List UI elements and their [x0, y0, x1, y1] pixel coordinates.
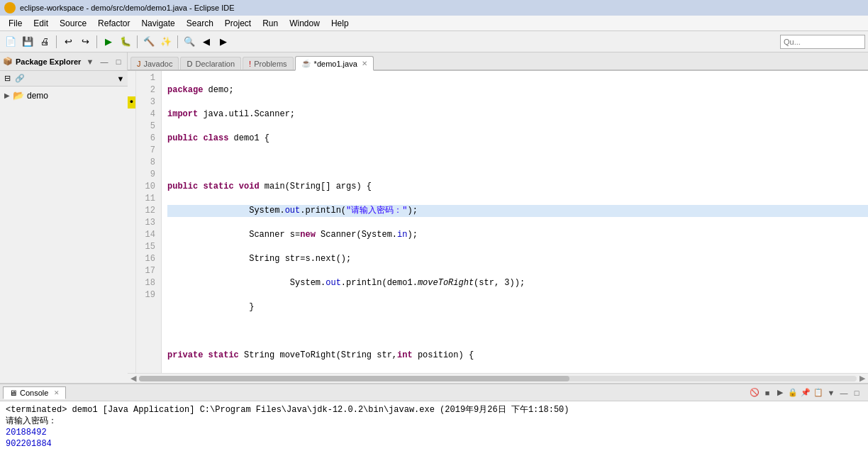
tab-problems[interactable]: ! Problems: [243, 57, 294, 69]
code-content: package demo; import java.util.Scanner; …: [162, 71, 868, 373]
quick-access-input[interactable]: [780, 35, 865, 49]
code-line-1: package demo;: [167, 84, 868, 96]
code-line-9: System.out.println(demo1.moveToRight(str…: [167, 277, 868, 289]
tab-declaration-label: Declaration: [195, 60, 235, 68]
terminated-text: <terminated> demo1 [Java Application] C:…: [6, 405, 569, 415]
demo1java-icon: ☕: [301, 59, 311, 68]
bottom-panel: 🖥 Console ✕ 🚫 ■ ▶ 🔒 📌 📋 ▼ — □ <terminate…: [0, 383, 868, 468]
menu-item-file[interactable]: File: [3, 17, 28, 30]
console-pin-btn[interactable]: 📌: [800, 387, 811, 399]
content-area: 📦 Package Explorer ▼ — □ ⊟ 🔗 ▼ ▶ �: [0, 52, 868, 383]
code-line-7: Scanner s=new Scanner(System.in);: [167, 229, 868, 241]
tab-declaration[interactable]: D Declaration: [180, 57, 241, 69]
menu-item-window[interactable]: Window: [284, 17, 326, 30]
tab-console-label: Console: [20, 389, 48, 397]
declaration-icon: D: [187, 60, 192, 68]
menu-item-help[interactable]: Help: [326, 17, 355, 30]
editor-area: J Javadoc D Declaration ! Problems ☕ *de…: [128, 52, 868, 383]
toolbar-undo[interactable]: ↩: [60, 34, 76, 50]
left-panels: 📦 Package Explorer ▼ — □ ⊟ 🔗 ▼ ▶ �: [0, 52, 128, 383]
toolbar-redo[interactable]: ↪: [77, 34, 93, 50]
tab-javadoc-label: Javadoc: [144, 60, 173, 68]
menu-item-refactor[interactable]: Refactor: [92, 17, 135, 30]
toolbar-sep-2: [96, 35, 97, 48]
code-line-12: private static String moveToRight(String…: [167, 350, 868, 362]
tab-demo1java-close[interactable]: ✕: [362, 60, 367, 67]
console-output-1: 20188492: [6, 427, 862, 438]
tab-javadoc[interactable]: J Javadoc: [130, 57, 179, 69]
toolbar-back[interactable]: ◀: [199, 34, 214, 50]
code-line-5: public static void main(String[] args) {: [167, 181, 868, 193]
code-line-6: System.out.println("请输入密码：");: [167, 205, 868, 217]
console-value-1: 20188492: [6, 428, 47, 438]
tab-demo1java-label: *demo1.java: [314, 60, 357, 68]
toolbar-forward[interactable]: ▶: [216, 34, 231, 50]
editor-tabs: J Javadoc D Declaration ! Problems ☕ *de…: [128, 52, 868, 71]
code-editor[interactable]: ● 1234 5678 9101112 13141516 171819 pack…: [128, 71, 868, 373]
ruler-6: [128, 84, 135, 96]
tab-problems-label: Problems: [254, 60, 286, 68]
main-area: 📦 Package Explorer ▼ — □ ⊟ 🔗 ▼ ▶ �: [0, 52, 868, 468]
code-line-10: }: [167, 301, 868, 313]
tab-console[interactable]: 🖥 Console ✕: [3, 386, 66, 399]
package-explorer-maximize[interactable]: □: [113, 56, 124, 67]
console-terminate-btn[interactable]: ■: [762, 387, 773, 399]
menu-item-run[interactable]: Run: [257, 17, 284, 30]
line-numbers: 1234 5678 9101112 13141516 171819: [136, 71, 162, 373]
tree-item-demo[interactable]: ▶ 📂 demo: [3, 89, 125, 101]
console-scroll-lock[interactable]: 🔒: [787, 387, 799, 399]
toolbar-build[interactable]: 🔨: [141, 34, 157, 50]
toolbar-clean[interactable]: ✨: [158, 34, 174, 50]
code-line-2: import java.util.Scanner;: [167, 108, 868, 121]
link-editor-btn[interactable]: 🔗: [14, 73, 26, 84]
menu-item-navigate[interactable]: Navigate: [135, 17, 180, 30]
console-copy-btn[interactable]: 📋: [813, 387, 824, 399]
package-explorer-menu[interactable]: ▼: [84, 56, 96, 67]
toolbar-search[interactable]: 🔍: [182, 34, 197, 50]
collapse-all-btn[interactable]: ⊟: [1, 73, 13, 84]
package-explorer-title: Package Explorer: [16, 57, 81, 66]
package-explorer-minimize[interactable]: —: [99, 56, 110, 67]
tree-folder-icon: 📂: [13, 90, 24, 101]
toolbar-run[interactable]: ▶: [101, 34, 116, 50]
console-close-icon[interactable]: ✕: [54, 389, 60, 396]
code-line-11: [167, 325, 868, 338]
console-clear-btn[interactable]: 🚫: [749, 387, 760, 399]
tree-arrow-demo: ▶: [4, 91, 10, 99]
toolbar-save[interactable]: 💾: [20, 34, 35, 50]
panel-view-menu[interactable]: ▼: [115, 73, 126, 84]
menu-item-edit[interactable]: Edit: [28, 17, 54, 30]
ruler-7: ●: [128, 96, 135, 108]
ruler-8: [128, 108, 135, 121]
code-line-8: String str=s.next();: [167, 253, 868, 265]
toolbar-print[interactable]: 🖨: [37, 34, 52, 50]
toolbar-sep-1: [56, 35, 57, 48]
ruler-area: ●: [128, 71, 136, 373]
menubar: FileEditSourceRefactorNavigateSearchProj…: [0, 16, 868, 31]
toolbar-debug[interactable]: 🐛: [118, 34, 133, 50]
console-run-btn[interactable]: ▶: [774, 387, 786, 399]
console-content: <terminated> demo1 [Java Application] C:…: [0, 401, 868, 468]
horizontal-scroll[interactable]: ◀ ▶: [128, 373, 868, 383]
console-terminated-line: <terminated> demo1 [Java Application] C:…: [6, 404, 862, 416]
tab-demo1java[interactable]: ☕ *demo1.java ✕: [295, 56, 374, 71]
console-view-menu[interactable]: ▼: [825, 387, 837, 399]
code-line-3: public class demo1 {: [167, 133, 868, 145]
console-prompt-line: 请输入密码：: [6, 416, 862, 427]
ruler-5: [128, 72, 135, 84]
console-minimize[interactable]: —: [838, 387, 850, 399]
package-tree: ▶ 📂 demo: [0, 87, 128, 383]
menu-item-project[interactable]: Project: [219, 17, 257, 30]
console-maximize[interactable]: □: [851, 387, 862, 399]
package-explorer-icon: 📦: [3, 57, 13, 66]
toolbar-new[interactable]: 📄: [3, 34, 18, 50]
console-value-2: 902201884: [6, 439, 52, 449]
console-output-2: 902201884: [6, 438, 862, 450]
eclipse-icon: [4, 2, 16, 13]
menu-item-source[interactable]: Source: [54, 17, 92, 30]
title-text: eclipse-workspace - demo/src/demo/demo1.…: [20, 4, 235, 12]
toolbar-sep-4: [177, 35, 178, 48]
tree-label-demo: demo: [27, 91, 48, 101]
bottom-panel-toolbar: 🚫 ■ ▶ 🔒 📌 📋 ▼ — □: [749, 387, 865, 399]
menu-item-search[interactable]: Search: [181, 17, 219, 30]
